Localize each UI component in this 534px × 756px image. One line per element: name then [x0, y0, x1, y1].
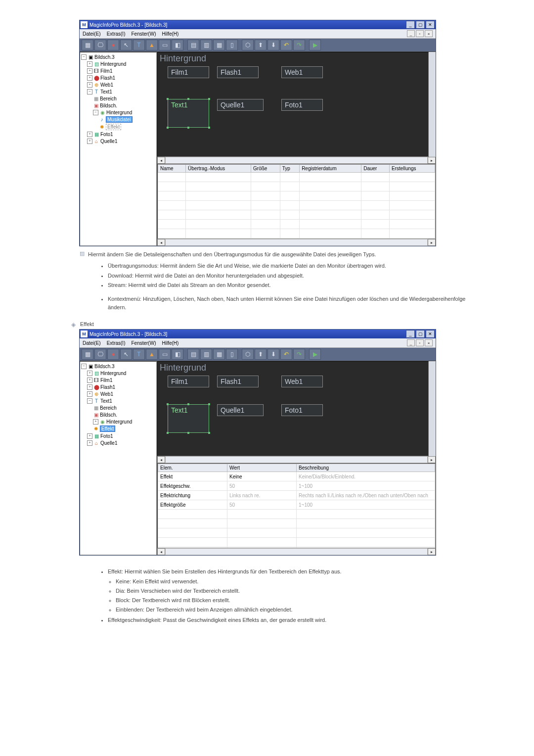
table-row[interactable] — [158, 173, 435, 182]
expand-icon[interactable]: + — [87, 433, 92, 439]
cell-wert[interactable]: 50 — [227, 481, 297, 491]
expand-icon[interactable]: + — [87, 371, 92, 376]
table-row[interactable] — [158, 210, 435, 220]
tree-item[interactable]: Quelle1 — [100, 139, 117, 144]
effect-properties-grid[interactable]: Elem. Wert Beschreibung Effekt Keine Kei… — [157, 463, 436, 548]
expand-icon[interactable]: + — [87, 68, 92, 74]
canvas-box-quelle1[interactable]: Quelle1 — [217, 99, 264, 111]
scroll-left-icon[interactable]: ◂ — [157, 456, 165, 463]
table-row[interactable] — [158, 191, 435, 201]
table-row[interactable]: Effektrichtung Links nach re. Rechts nac… — [158, 491, 435, 500]
align-right-icon[interactable]: ▦ — [213, 40, 225, 50]
table-row[interactable] — [158, 510, 435, 519]
tree-root[interactable]: Bildsch.3 — [94, 54, 115, 60]
align-right-icon[interactable]: ▦ — [213, 349, 225, 360]
canvas-box-flash1[interactable]: Flash1 — [217, 66, 259, 78]
col-dur[interactable]: Dauer — [361, 165, 390, 173]
cell-wert[interactable]: Keine — [227, 472, 297, 481]
hex-icon[interactable]: ⬡ — [242, 40, 254, 50]
tree-item[interactable]: Flash1 — [100, 75, 115, 81]
tree-item[interactable]: Effekt — [106, 124, 121, 130]
tree-item[interactable]: Bildsch. — [100, 103, 117, 108]
canvas-box-film1[interactable]: Film1 — [168, 376, 209, 387]
close-button[interactable]: ✕ — [426, 330, 435, 338]
design-canvas[interactable]: Hintergrund Film1 Flash1 Web1 Text1 Quel… — [157, 361, 429, 456]
expand-icon[interactable]: + — [87, 391, 92, 397]
monitor-icon[interactable]: 🖵 — [94, 40, 106, 50]
expand-icon[interactable]: − — [93, 110, 98, 115]
expand-icon[interactable]: + — [93, 419, 98, 425]
vertical-scrollbar[interactable] — [429, 361, 436, 456]
folder-icon[interactable]: ▭ — [159, 349, 171, 360]
expand-icon[interactable]: + — [87, 378, 92, 383]
tree-item[interactable]: Hintergrund — [100, 371, 126, 376]
col-beschr[interactable]: Beschreibung — [297, 464, 435, 472]
canvas-box-web1[interactable]: Web1 — [281, 66, 323, 78]
screen-icon[interactable]: ◧ — [172, 349, 183, 360]
expand-icon[interactable]: + — [87, 75, 92, 81]
menu-file[interactable]: Datei(E) — [83, 340, 101, 346]
canvas-box-text1-selected[interactable]: Text1 — [168, 99, 209, 128]
expand-icon[interactable]: + — [87, 61, 92, 67]
monitor-icon[interactable]: 🖵 — [94, 349, 106, 360]
tree-item[interactable]: Web1 — [100, 82, 113, 88]
col-mode[interactable]: Übertrag.-Modus — [186, 165, 251, 173]
mdi-minimize-button[interactable]: _ — [407, 30, 415, 37]
undo-icon[interactable]: ↶ — [280, 349, 292, 360]
mdi-close-button[interactable]: × — [425, 339, 433, 346]
tree-item[interactable]: Foto1 — [100, 433, 113, 439]
vertical-scrollbar[interactable] — [429, 52, 436, 157]
redo-icon[interactable]: ↷ — [293, 40, 305, 50]
grid-horizontal-scrollbar[interactable]: ◂ ▸ — [157, 239, 436, 246]
tree-view[interactable]: −▣Bildsch.3 +▧Hintergrund +🎞Film1 +⬤Flas… — [80, 52, 157, 246]
tree-item[interactable]: Text1 — [100, 89, 112, 94]
align-left-icon[interactable]: ▤ — [187, 349, 199, 360]
tree-item[interactable]: Hintergrund — [100, 61, 126, 67]
expand-icon[interactable]: − — [87, 89, 92, 94]
layer-down-icon[interactable]: ⬇ — [267, 40, 279, 50]
close-button[interactable]: ✕ — [426, 21, 435, 29]
tree-item[interactable]: Film1 — [100, 68, 112, 74]
tree-item[interactable]: Hintergrund — [106, 110, 132, 115]
menu-window[interactable]: Fenster(W) — [131, 31, 156, 37]
mdi-minimize-button[interactable]: _ — [407, 339, 415, 346]
scroll-right-icon[interactable]: ▸ — [428, 239, 436, 246]
tree-item[interactable]: Quelle1 — [100, 440, 117, 446]
minimize-button[interactable]: _ — [406, 330, 415, 338]
design-canvas[interactable]: Hintergrund Film1 Flash1 Web1 Text1 Quel… — [157, 52, 429, 157]
scroll-left-icon[interactable]: ◂ — [157, 239, 165, 246]
undo-icon[interactable]: ↶ — [280, 40, 292, 50]
menu-window[interactable]: Fenster(W) — [131, 340, 156, 346]
canvas-box-foto1[interactable]: Foto1 — [281, 404, 323, 416]
table-row[interactable] — [158, 201, 435, 210]
expand-icon[interactable]: − — [81, 54, 87, 60]
mdi-close-button[interactable]: × — [425, 30, 433, 37]
menu-file[interactable]: Datei(E) — [83, 31, 101, 37]
menu-extras[interactable]: Extras(I) — [107, 31, 126, 37]
expand-icon[interactable]: − — [81, 364, 87, 369]
folder-icon[interactable]: ▭ — [159, 40, 171, 50]
layer-up-icon[interactable]: ⬆ — [255, 349, 267, 360]
table-row[interactable]: Effektgeschw. 50 1~100 — [158, 481, 435, 491]
canvas-box-foto1[interactable]: Foto1 — [281, 99, 323, 111]
text-icon[interactable]: T — [133, 40, 145, 50]
table-row[interactable]: Effekt Keine Keine/Dia/Block/Einblend. — [158, 472, 435, 481]
new-icon[interactable]: ▦ — [82, 40, 93, 50]
tree-view[interactable]: −▣Bildsch.3 +▧Hintergrund +🎞Film1 +⬤Flas… — [80, 361, 157, 555]
tree-item[interactable]: Hintergrund — [106, 419, 132, 425]
col-create[interactable]: Erstellungs — [390, 165, 435, 173]
distribute-icon[interactable]: ▯ — [226, 349, 238, 360]
table-row[interactable] — [158, 220, 435, 229]
record-icon[interactable]: ● — [107, 349, 119, 360]
menu-extras[interactable]: Extras(I) — [107, 340, 126, 346]
tree-item[interactable]: Text1 — [100, 398, 112, 404]
tree-item[interactable]: Foto1 — [100, 132, 113, 137]
col-wert[interactable]: Wert — [227, 464, 297, 472]
hex-icon[interactable]: ⬡ — [242, 349, 254, 360]
tree-item[interactable]: Flash1 — [100, 384, 115, 390]
tree-item-selected[interactable]: Musikdatei — [106, 116, 133, 123]
col-regdate[interactable]: Registrierdatum — [300, 165, 361, 173]
tree-item[interactable]: Bildsch. — [100, 412, 117, 418]
expand-icon[interactable]: + — [87, 139, 92, 144]
cell-wert[interactable]: 50 — [227, 500, 297, 510]
